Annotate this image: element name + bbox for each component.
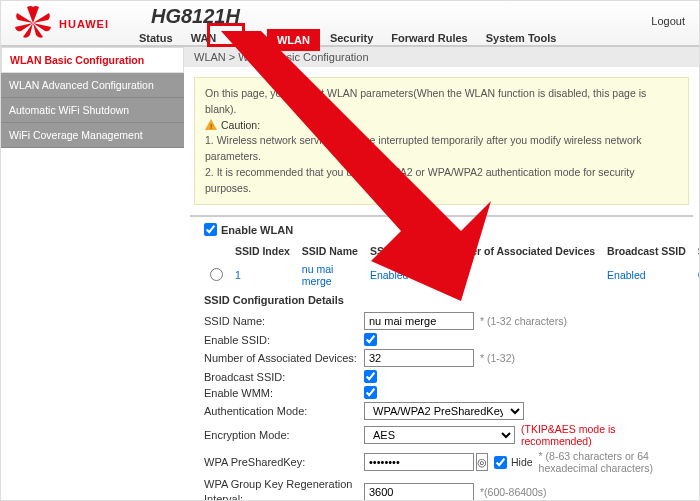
ssid-name-label: SSID Name: bbox=[204, 315, 364, 327]
eye-icon[interactable]: ◎ bbox=[476, 453, 488, 471]
cell-security: Configured bbox=[692, 260, 699, 290]
wpa-key-input[interactable] bbox=[364, 453, 474, 471]
wpa-key-hint: * (8-63 characters or 64 hexadecimal cha… bbox=[539, 450, 679, 474]
notice-l1: 1. Wireless network services may be inte… bbox=[205, 133, 678, 165]
enable-wlan-row: Enable WLAN bbox=[204, 223, 679, 236]
header: HUAWEI HG8121H Logout Status WAN LAN WLA… bbox=[1, 1, 699, 47]
regen-input[interactable] bbox=[364, 483, 474, 500]
brand-text: HUAWEI bbox=[59, 18, 109, 30]
ssid-name-hint: * (1-32 characters) bbox=[480, 315, 567, 327]
enable-wlan-checkbox[interactable] bbox=[204, 223, 217, 236]
tab-system-tools[interactable]: System Tools bbox=[478, 29, 565, 51]
hide-label: Hide bbox=[511, 456, 533, 468]
th-broadcast: Broadcast SSID bbox=[601, 242, 692, 260]
th-security: Security Configuration bbox=[692, 242, 699, 260]
svg-text:!: ! bbox=[210, 122, 212, 131]
caution-row: ! Caution: bbox=[205, 118, 678, 134]
row-select-radio[interactable] bbox=[210, 268, 223, 281]
enable-wmm-label: Enable WMM: bbox=[204, 387, 364, 399]
th-ssid-name: SSID Name bbox=[296, 242, 364, 260]
logout-link[interactable]: Logout bbox=[651, 15, 685, 27]
top-nav: Status WAN LAN WLAN Security Forward Rul… bbox=[131, 29, 564, 51]
main-panel: WLAN > WLAN Basic Configuration On this … bbox=[184, 47, 699, 500]
enc-mode-hint: (TKIP&AES mode is recommended) bbox=[521, 423, 679, 447]
content: Enable WLAN SSID Index SSID Name SSID St… bbox=[190, 215, 693, 500]
ssid-table: SSID Index SSID Name SSID Status Number … bbox=[204, 242, 699, 290]
sidebar-item-wifi-coverage[interactable]: WiFi Coverage Management bbox=[1, 123, 184, 148]
enable-wmm-checkbox[interactable] bbox=[364, 386, 377, 399]
th-num-devices: Number of Associated Devices bbox=[435, 242, 601, 260]
broadcast-ssid-checkbox[interactable] bbox=[364, 370, 377, 383]
cell-broadcast: Enabled bbox=[601, 260, 692, 290]
th-ssid-status: SSID Status bbox=[364, 242, 436, 260]
cell-num: 32 bbox=[435, 260, 601, 290]
regen-hint: *(600-86400s) bbox=[480, 486, 547, 498]
regen-label: WPA Group Key Regeneration Interval: bbox=[204, 477, 364, 500]
enc-mode-label: Encryption Mode: bbox=[204, 429, 364, 441]
sidebar-item-wlan-advanced[interactable]: WLAN Advanced Configuration bbox=[1, 73, 184, 98]
num-devices-hint: * (1-32) bbox=[480, 352, 515, 364]
ssid-name-input[interactable] bbox=[364, 312, 474, 330]
notice-box: On this page, you can set WLAN parameter… bbox=[194, 77, 689, 205]
sidebar-item-auto-wifi-shutdown[interactable]: Automatic WiFi Shutdown bbox=[1, 98, 184, 123]
tab-security[interactable]: Security bbox=[322, 29, 381, 51]
auth-mode-label: Authentication Mode: bbox=[204, 405, 364, 417]
sidebar: WLAN Basic Configuration WLAN Advanced C… bbox=[1, 47, 184, 500]
enable-ssid-checkbox[interactable] bbox=[364, 333, 377, 346]
enable-wlan-label: Enable WLAN bbox=[221, 224, 293, 236]
cell-index: 1 bbox=[229, 260, 296, 290]
huawei-icon bbox=[13, 5, 53, 41]
num-devices-input[interactable] bbox=[364, 349, 474, 367]
brand-logo: HUAWEI bbox=[13, 5, 109, 41]
hide-key-checkbox[interactable] bbox=[494, 456, 507, 469]
th-ssid-index: SSID Index bbox=[229, 242, 296, 260]
num-devices-label: Number of Associated Devices: bbox=[204, 352, 364, 364]
enable-ssid-label: Enable SSID: bbox=[204, 334, 364, 346]
cell-status: Enabled bbox=[364, 260, 436, 290]
broadcast-ssid-label: Broadcast SSID: bbox=[204, 371, 364, 383]
enc-mode-select[interactable]: AES bbox=[364, 426, 515, 444]
auth-mode-select[interactable]: WPA/WPA2 PreSharedKey bbox=[364, 402, 524, 420]
notice-l2: 2. It is recommended that you use the WP… bbox=[205, 165, 678, 197]
table-row[interactable]: 1 nu mai merge Enabled 32 Enabled Config… bbox=[204, 260, 699, 290]
warning-icon: ! bbox=[205, 119, 217, 131]
cell-name: nu mai merge bbox=[296, 260, 364, 290]
details-title: SSID Configuration Details bbox=[204, 294, 679, 306]
notice-line1: On this page, you can set WLAN parameter… bbox=[205, 86, 678, 118]
tab-wlan[interactable]: WLAN bbox=[267, 29, 320, 51]
wpa-key-label: WPA PreSharedKey: bbox=[204, 456, 364, 468]
tab-forward-rules[interactable]: Forward Rules bbox=[383, 29, 475, 51]
wlan-tab-highlight bbox=[207, 23, 245, 47]
tab-status[interactable]: Status bbox=[131, 29, 181, 51]
